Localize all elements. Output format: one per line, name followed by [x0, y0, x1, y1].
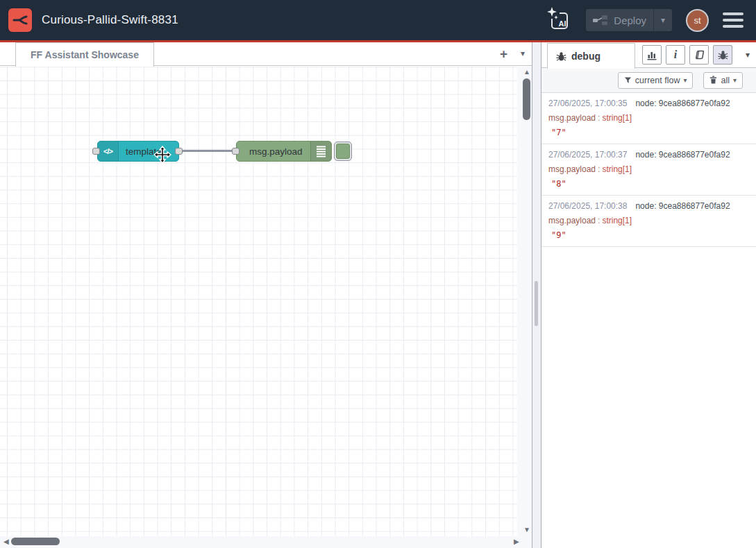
- ai-assistant-button[interactable]: AI: [546, 6, 572, 34]
- main-menu-button[interactable]: [723, 12, 744, 28]
- message-meta: 27/06/2025, 17:00:37 node: 9cea886877e0f…: [548, 149, 749, 160]
- code-icon: </>: [103, 147, 112, 155]
- branch-icon: [12, 12, 28, 28]
- property-path: msg.payload: [548, 216, 596, 225]
- property-type: string[1]: [602, 216, 632, 225]
- message-meta: 27/06/2025, 17:00:35 node: 9cea886877e0f…: [548, 98, 749, 109]
- node-template[interactable]: </> template: [97, 141, 179, 162]
- help-button[interactable]: [689, 45, 709, 65]
- property-separator: :: [598, 216, 600, 225]
- debug-message[interactable]: 27/06/2025, 17:00:38 node: 9cea886877e0f…: [541, 196, 756, 247]
- sidebar-menu-chevron-down-icon[interactable]: ▾: [746, 50, 750, 60]
- deploy-nodes-icon: [593, 15, 608, 26]
- node-label: msg.payload: [237, 146, 303, 157]
- funnel-icon: [624, 76, 632, 84]
- tab-label: FF Assistant Showcase: [31, 49, 139, 60]
- debug-message-list[interactable]: 27/06/2025, 17:00:35 node: 9cea886877e0f…: [541, 93, 756, 548]
- hamburger-bar: [723, 19, 744, 22]
- tab-ff-assistant-showcase[interactable]: FF Assistant Showcase: [15, 42, 154, 67]
- message-property[interactable]: msg.payload:string[1]: [548, 112, 749, 123]
- property-separator: :: [598, 113, 600, 123]
- scroll-up-icon[interactable]: ▲: [523, 69, 530, 76]
- book-icon: [694, 49, 705, 60]
- info-button[interactable]: i: [666, 45, 685, 65]
- template-output-port[interactable]: [175, 148, 183, 155]
- debug-input-port[interactable]: [232, 148, 240, 155]
- debug-iconbox: [310, 142, 331, 161]
- sidebar-tab-debug[interactable]: debug: [547, 43, 635, 69]
- sidebar: debug i: [541, 42, 756, 548]
- property-path: msg.payload: [548, 113, 596, 123]
- debug-filter-button[interactable]: current flow ▾: [618, 72, 694, 89]
- hamburger-bar: [723, 12, 744, 15]
- message-value: "7": [548, 127, 749, 138]
- list-icon: [317, 146, 326, 157]
- workspace-tabbar: FF Assistant Showcase + ▾: [0, 42, 532, 66]
- chevron-down-icon: ▾: [683, 76, 687, 84]
- debug-clear-button[interactable]: all ▾: [703, 72, 743, 89]
- message-node-id: node: 9cea886877e0fa92: [635, 98, 730, 109]
- bug-icon: [556, 51, 566, 62]
- scroll-right-icon[interactable]: ▶: [514, 538, 519, 545]
- message-node-id: node: 9cea886877e0fa92: [635, 149, 730, 160]
- message-value: "9": [548, 230, 749, 241]
- flow-list-chevron-down-icon[interactable]: ▾: [521, 49, 525, 58]
- message-meta: 27/06/2025, 17:00:38 node: 9cea886877e0f…: [548, 200, 749, 212]
- property-type: string[1]: [602, 113, 632, 123]
- add-flow-button[interactable]: +: [500, 46, 507, 62]
- scroll-left-icon[interactable]: ◀: [3, 538, 9, 545]
- bug-icon: [718, 50, 728, 60]
- debug-message[interactable]: 27/06/2025, 17:00:35 node: 9cea886877e0f…: [541, 93, 756, 144]
- hamburger-bar: [723, 25, 744, 28]
- property-separator: :: [598, 164, 600, 174]
- debug-enable-toggle[interactable]: [334, 142, 352, 161]
- vertical-scroll-track[interactable]: [517, 67, 532, 548]
- horizontal-scrollbar-thumb[interactable]: [11, 538, 60, 545]
- node-red-editor: Curious-Pallid-Swift-8831 AI Dep: [0, 0, 756, 548]
- template-iconbox: </>: [98, 142, 119, 161]
- horizontal-scroll-track[interactable]: [0, 536, 532, 548]
- header: Curious-Pallid-Swift-8831 AI Dep: [0, 0, 756, 40]
- trash-icon: [709, 76, 717, 85]
- splitter-grip[interactable]: [535, 281, 538, 326]
- sidebar-toolbar: i: [642, 45, 732, 65]
- bar-chart-icon: [646, 49, 657, 60]
- debug-tab-button[interactable]: [713, 45, 732, 65]
- message-property[interactable]: msg.payload:string[1]: [548, 164, 749, 175]
- header-actions: AI Deploy ▾ st: [546, 6, 748, 34]
- message-property[interactable]: msg.payload:string[1]: [548, 215, 749, 226]
- svg-text:AI: AI: [559, 19, 566, 28]
- dashboard-chart-button[interactable]: [642, 45, 662, 65]
- chevron-down-icon: ▾: [733, 76, 737, 84]
- template-input-port[interactable]: [92, 148, 100, 155]
- sidebar-tabbar: debug i: [541, 42, 756, 68]
- property-type: string[1]: [602, 164, 632, 174]
- workspace: FF Assistant Showcase + ▾ </> template: [0, 42, 532, 548]
- debug-filter-toolbar: current flow ▾ all ▾: [541, 68, 756, 93]
- wire-template-to-debug[interactable]: [181, 150, 235, 152]
- avatar[interactable]: st: [686, 9, 709, 32]
- main-area: FF Assistant Showcase + ▾ </> template: [0, 42, 756, 548]
- message-timestamp: 27/06/2025, 17:00:38: [548, 200, 627, 212]
- property-path: msg.payload: [548, 164, 596, 174]
- debug-toggle-inner: [336, 144, 350, 159]
- debug-clear-label: all: [721, 76, 730, 85]
- deploy-button[interactable]: Deploy ▾: [586, 9, 672, 31]
- flowfuse-logo-icon[interactable]: [8, 8, 32, 32]
- message-value: "8": [548, 178, 749, 189]
- info-icon: i: [674, 49, 677, 61]
- node-label: template: [119, 146, 162, 157]
- flow-canvas[interactable]: </> template msg.payload: [0, 67, 532, 548]
- ai-sparkle-icon: AI: [546, 6, 572, 34]
- message-timestamp: 27/06/2025, 17:00:35: [548, 98, 627, 109]
- node-debug[interactable]: msg.payload: [236, 141, 332, 162]
- sidebar-splitter[interactable]: [532, 42, 541, 548]
- sidebar-tab-label: debug: [571, 51, 600, 62]
- vertical-scrollbar-thumb[interactable]: [523, 78, 530, 120]
- deploy-button-label: Deploy: [614, 15, 646, 26]
- message-timestamp: 27/06/2025, 17:00:37: [548, 149, 627, 160]
- scroll-down-icon[interactable]: ▼: [523, 526, 530, 533]
- deploy-chevron-down-icon[interactable]: ▾: [654, 15, 672, 25]
- debug-message[interactable]: 27/06/2025, 17:00:37 node: 9cea886877e0f…: [541, 144, 756, 196]
- message-node-id: node: 9cea886877e0fa92: [635, 200, 730, 212]
